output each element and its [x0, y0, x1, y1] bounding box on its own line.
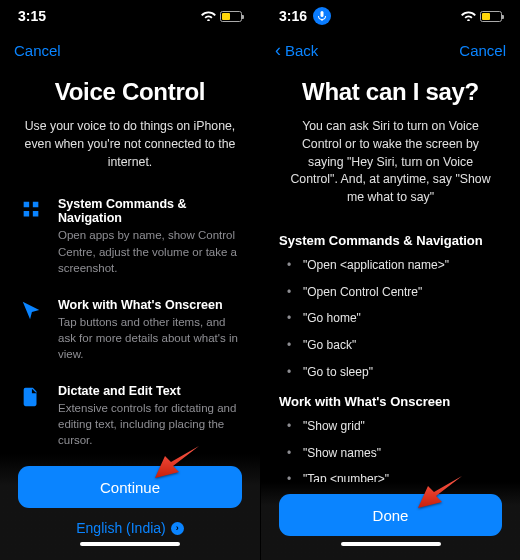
page-subtitle: You can ask Siri to turn on Voice Contro… — [279, 118, 502, 207]
feature-desc: Open apps by name, show Control Centre, … — [58, 227, 242, 275]
cancel-button[interactable]: Cancel — [459, 42, 506, 59]
status-right — [461, 8, 502, 24]
list-item: "Go back" — [287, 338, 502, 354]
chevron-right-icon: › — [171, 522, 184, 535]
voice-control-active-icon — [313, 7, 331, 25]
list-item: "Show names" — [287, 446, 502, 462]
feature-title: Work with What's Onscreen — [58, 298, 242, 312]
battery-icon — [480, 11, 502, 22]
list-item: "Go to sleep" — [287, 365, 502, 381]
list-item: "Tap <number>" — [287, 472, 502, 482]
voice-control-intro-screen: 3:15 Cancel Voice Control Use your voice… — [0, 0, 260, 560]
status-time: 3:16 — [279, 8, 307, 24]
nav-bar: ‹ Back Cancel — [261, 32, 520, 68]
app-grid-icon — [18, 197, 44, 275]
footer: Continue English (India) › — [0, 454, 260, 560]
wifi-icon — [201, 8, 216, 24]
feature-title: System Commands & Navigation — [58, 197, 242, 225]
feature-dictate: Dictate and Edit Text Extensive controls… — [18, 384, 242, 448]
section-header: System Commands & Navigation — [279, 233, 502, 248]
status-time: 3:15 — [18, 8, 46, 24]
command-list: "Show grid" "Show names" "Tap <number>" … — [279, 419, 502, 482]
language-button[interactable]: English (India) › — [18, 520, 242, 536]
battery-icon — [220, 11, 242, 22]
feature-onscreen: Work with What's Onscreen Tap buttons an… — [18, 298, 242, 362]
svg-rect-0 — [321, 11, 324, 17]
content-area: What can I say? You can ask Siri to turn… — [261, 68, 520, 482]
list-item: "Show grid" — [287, 419, 502, 435]
home-indicator[interactable] — [341, 542, 441, 546]
feature-desc: Extensive controls for dictating and edi… — [58, 400, 242, 448]
status-bar: 3:16 — [261, 0, 520, 32]
page-title: Voice Control — [18, 78, 242, 106]
feature-system-commands: System Commands & Navigation Open apps b… — [18, 197, 242, 275]
what-can-i-say-screen: 3:16 ‹ Back Cancel What can I say? You c… — [260, 0, 520, 560]
home-indicator[interactable] — [80, 542, 180, 546]
page-title: What can I say? — [279, 78, 502, 106]
status-right — [201, 8, 242, 24]
pointer-icon — [18, 298, 44, 362]
list-item: "Open Control Centre" — [287, 285, 502, 301]
status-bar: 3:15 — [0, 0, 260, 32]
section-header: Work with What's Onscreen — [279, 394, 502, 409]
continue-button[interactable]: Continue — [18, 466, 242, 508]
content-area: Voice Control Use your voice to do thing… — [0, 68, 260, 454]
cancel-button[interactable]: Cancel — [14, 42, 61, 59]
list-item: "Go home" — [287, 311, 502, 327]
document-icon — [18, 384, 44, 448]
footer: Done — [261, 482, 520, 560]
feature-desc: Tap buttons and other items, and ask for… — [58, 314, 242, 362]
page-subtitle: Use your voice to do things on iPhone, e… — [18, 118, 242, 171]
list-item: "Open <application name>" — [287, 258, 502, 274]
nav-bar: Cancel — [0, 32, 260, 68]
back-label: Back — [285, 42, 318, 59]
wifi-icon — [461, 8, 476, 24]
language-label: English (India) — [76, 520, 166, 536]
done-button[interactable]: Done — [279, 494, 502, 536]
feature-title: Dictate and Edit Text — [58, 384, 242, 398]
chevron-left-icon: ‹ — [275, 40, 281, 61]
command-list: "Open <application name>" "Open Control … — [279, 258, 502, 380]
back-button[interactable]: ‹ Back — [275, 40, 318, 61]
